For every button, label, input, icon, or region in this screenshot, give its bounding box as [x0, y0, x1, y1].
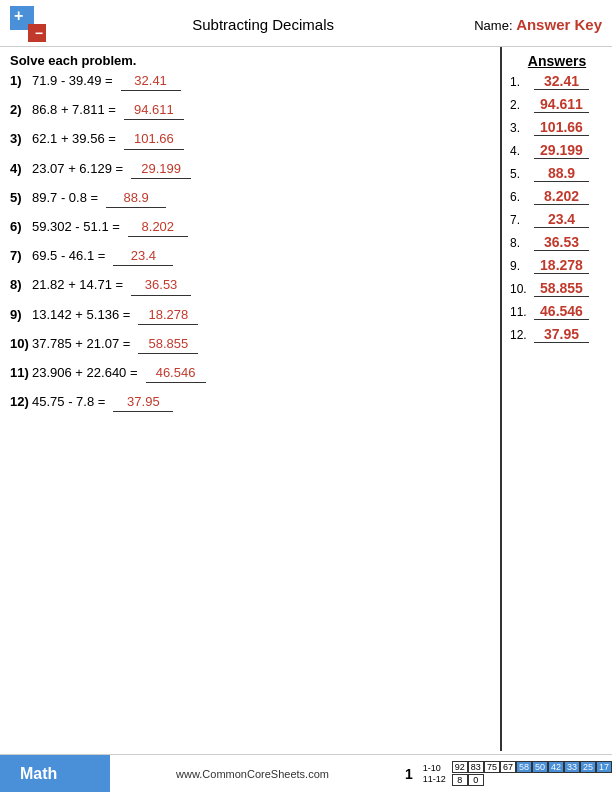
footer-stats-row1: 92837567585042332517 — [452, 761, 612, 773]
footer-stats-row2: 80 — [452, 774, 612, 786]
answer-key-number: 6. — [510, 190, 534, 204]
problem-expression: 86.8 + 7.811 = — [32, 101, 116, 119]
problem-number: 7) — [10, 247, 32, 265]
problem-answer: 18.278 — [138, 306, 198, 325]
answer-key-value: 88.9 — [534, 165, 589, 182]
answer-key-row: 8. 36.53 — [510, 234, 604, 251]
problem-row: 2) 86.8 + 7.811 = 94.611 — [10, 101, 490, 120]
problem-number: 5) — [10, 189, 32, 207]
answer-key-number: 5. — [510, 167, 534, 181]
answer-key-number: 11. — [510, 305, 534, 319]
answer-key-row: 5. 88.9 — [510, 165, 604, 182]
answer-key-number: 10. — [510, 282, 534, 296]
answer-key-row: 3. 101.66 — [510, 119, 604, 136]
answer-key-row: 10. 58.855 — [510, 280, 604, 297]
problem-number: 8) — [10, 276, 32, 294]
answer-key-number: 9. — [510, 259, 534, 273]
footer-stats: 1-10 11-12 92837567585042332517 80 — [423, 761, 612, 786]
footer-website: www.CommonCoreSheets.com — [110, 768, 395, 780]
problem-expression: 62.1 + 39.56 = — [32, 130, 116, 148]
problem-number: 1) — [10, 72, 32, 90]
problems-section: Solve each problem. 1) 71.9 - 39.49 = 32… — [0, 47, 502, 751]
answer-key-value: 8.202 — [534, 188, 589, 205]
problem-expression: 13.142 + 5.136 = — [32, 306, 130, 324]
problem-row: 11) 23.906 + 22.640 = 46.546 — [10, 364, 490, 383]
problem-answer: 88.9 — [106, 189, 166, 208]
answer-key-label: Answer Key — [516, 16, 602, 33]
problem-number: 11) — [10, 364, 32, 382]
answer-key-row: 11. 46.546 — [510, 303, 604, 320]
problem-number: 10) — [10, 335, 32, 353]
answer-key-number: 4. — [510, 144, 534, 158]
problem-answer: 37.95 — [113, 393, 173, 412]
problem-answer: 8.202 — [128, 218, 188, 237]
problem-expression: 45.75 - 7.8 = — [32, 393, 105, 411]
name-label: Name: Answer Key — [474, 16, 602, 33]
problem-expression: 21.82 + 14.71 = — [32, 276, 123, 294]
problem-answer: 36.53 — [131, 276, 191, 295]
problem-row: 9) 13.142 + 5.136 = 18.278 — [10, 306, 490, 325]
answer-key-value: 46.546 — [534, 303, 589, 320]
problem-expression: 69.5 - 46.1 = — [32, 247, 105, 265]
problem-number: 4) — [10, 160, 32, 178]
answer-key-value: 58.855 — [534, 280, 589, 297]
footer-stats-labels: 1-10 11-12 — [423, 763, 446, 785]
problem-row: 4) 23.07 + 6.129 = 29.199 — [10, 160, 490, 179]
problem-row: 5) 89.7 - 0.8 = 88.9 — [10, 189, 490, 208]
problem-number: 6) — [10, 218, 32, 236]
answer-key-value: 36.53 — [534, 234, 589, 251]
answer-key-number: 1. — [510, 75, 534, 89]
problem-answer: 58.855 — [138, 335, 198, 354]
answer-key-row: 2. 94.611 — [510, 96, 604, 113]
problem-row: 3) 62.1 + 39.56 = 101.66 — [10, 130, 490, 149]
answer-key-number: 7. — [510, 213, 534, 227]
answer-key-row: 7. 23.4 — [510, 211, 604, 228]
answer-key-value: 94.611 — [534, 96, 589, 113]
answer-key-number: 8. — [510, 236, 534, 250]
plus-icon: + — [14, 8, 23, 24]
header: + − Subtracting Decimals Name: Answer Ke… — [0, 0, 612, 47]
answer-key-value: 29.199 — [534, 142, 589, 159]
problem-row: 10) 37.785 + 21.07 = 58.855 — [10, 335, 490, 354]
problem-row: 1) 71.9 - 39.49 = 32.41 — [10, 72, 490, 91]
problem-answer: 94.611 — [124, 101, 184, 120]
problem-row: 6) 59.302 - 51.1 = 8.202 — [10, 218, 490, 237]
instruction: Solve each problem. — [10, 53, 490, 68]
footer-math-box: Math — [0, 755, 110, 792]
answer-key-value: 32.41 — [534, 73, 589, 90]
answer-key-row: 1. 32.41 — [510, 73, 604, 90]
answer-key-value: 18.278 — [534, 257, 589, 274]
answer-key-number: 12. — [510, 328, 534, 342]
answer-key-row: 12. 37.95 — [510, 326, 604, 343]
answer-key-number: 2. — [510, 98, 534, 112]
problem-number: 2) — [10, 101, 32, 119]
problem-expression: 23.07 + 6.129 = — [32, 160, 123, 178]
footer-stats-values: 92837567585042332517 80 — [452, 761, 612, 786]
answer-key-row: 6. 8.202 — [510, 188, 604, 205]
logo: + − — [10, 6, 46, 42]
problem-number: 12) — [10, 393, 32, 411]
answer-key-value: 101.66 — [534, 119, 589, 136]
answer-key-value: 23.4 — [534, 211, 589, 228]
main-content: Solve each problem. 1) 71.9 - 39.49 = 32… — [0, 47, 612, 751]
answers-header: Answers — [510, 53, 604, 69]
answer-key-number: 3. — [510, 121, 534, 135]
problems-container: 1) 71.9 - 39.49 = 32.41 2) 86.8 + 7.811 … — [10, 72, 490, 412]
problem-expression: 71.9 - 39.49 = — [32, 72, 113, 90]
problem-answer: 46.546 — [146, 364, 206, 383]
answer-key-section: Answers 1. 32.41 2. 94.611 3. 101.66 4. … — [502, 47, 612, 751]
answer-key-value: 37.95 — [534, 326, 589, 343]
problem-expression: 89.7 - 0.8 = — [32, 189, 98, 207]
problem-expression: 59.302 - 51.1 = — [32, 218, 120, 236]
problem-expression: 23.906 + 22.640 = — [32, 364, 138, 382]
problem-number: 3) — [10, 130, 32, 148]
answers-container: 1. 32.41 2. 94.611 3. 101.66 4. 29.199 5… — [510, 73, 604, 343]
problem-answer: 32.41 — [121, 72, 181, 91]
minus-icon: − — [35, 26, 43, 40]
footer: Math www.CommonCoreSheets.com 1 1-10 11-… — [0, 754, 612, 792]
problem-row: 12) 45.75 - 7.8 = 37.95 — [10, 393, 490, 412]
problem-row: 7) 69.5 - 46.1 = 23.4 — [10, 247, 490, 266]
problem-expression: 37.785 + 21.07 = — [32, 335, 130, 353]
problem-answer: 23.4 — [113, 247, 173, 266]
problem-row: 8) 21.82 + 14.71 = 36.53 — [10, 276, 490, 295]
